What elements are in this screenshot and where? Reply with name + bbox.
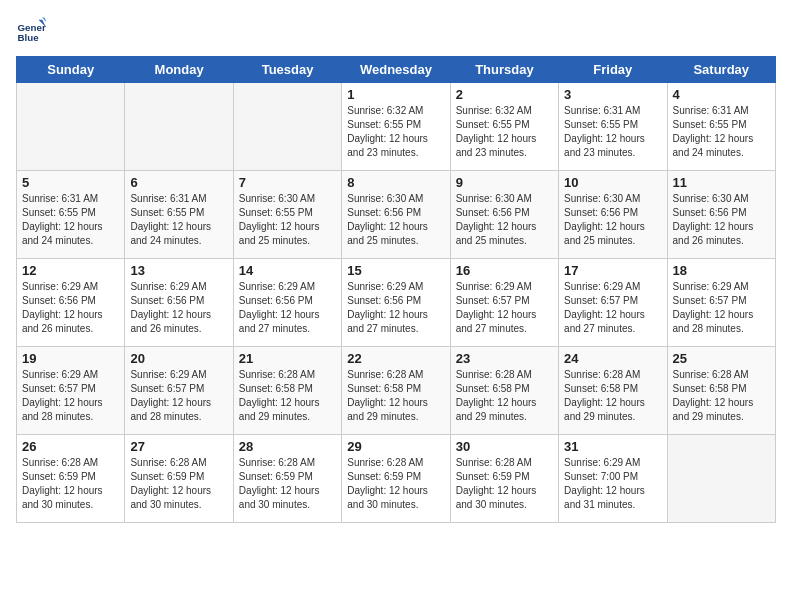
week-row-3: 12Sunrise: 6:29 AM Sunset: 6:56 PM Dayli… bbox=[17, 259, 776, 347]
day-info: Sunrise: 6:31 AM Sunset: 6:55 PM Dayligh… bbox=[22, 192, 119, 248]
day-info: Sunrise: 6:28 AM Sunset: 6:58 PM Dayligh… bbox=[347, 368, 444, 424]
calendar-header: SundayMondayTuesdayWednesdayThursdayFrid… bbox=[17, 57, 776, 83]
day-info: Sunrise: 6:31 AM Sunset: 6:55 PM Dayligh… bbox=[130, 192, 227, 248]
day-number: 20 bbox=[130, 351, 227, 366]
calendar-cell: 19Sunrise: 6:29 AM Sunset: 6:57 PM Dayli… bbox=[17, 347, 125, 435]
day-number: 31 bbox=[564, 439, 661, 454]
weekday-header-tuesday: Tuesday bbox=[233, 57, 341, 83]
day-number: 19 bbox=[22, 351, 119, 366]
day-info: Sunrise: 6:29 AM Sunset: 6:56 PM Dayligh… bbox=[22, 280, 119, 336]
calendar-cell: 31Sunrise: 6:29 AM Sunset: 7:00 PM Dayli… bbox=[559, 435, 667, 523]
day-number: 25 bbox=[673, 351, 770, 366]
weekday-row: SundayMondayTuesdayWednesdayThursdayFrid… bbox=[17, 57, 776, 83]
weekday-header-wednesday: Wednesday bbox=[342, 57, 450, 83]
day-info: Sunrise: 6:28 AM Sunset: 6:58 PM Dayligh… bbox=[456, 368, 553, 424]
day-info: Sunrise: 6:28 AM Sunset: 6:58 PM Dayligh… bbox=[673, 368, 770, 424]
day-number: 15 bbox=[347, 263, 444, 278]
calendar-cell bbox=[125, 83, 233, 171]
day-info: Sunrise: 6:30 AM Sunset: 6:55 PM Dayligh… bbox=[239, 192, 336, 248]
calendar-cell: 30Sunrise: 6:28 AM Sunset: 6:59 PM Dayli… bbox=[450, 435, 558, 523]
day-info: Sunrise: 6:29 AM Sunset: 6:56 PM Dayligh… bbox=[347, 280, 444, 336]
day-number: 4 bbox=[673, 87, 770, 102]
day-info: Sunrise: 6:29 AM Sunset: 6:57 PM Dayligh… bbox=[456, 280, 553, 336]
day-info: Sunrise: 6:32 AM Sunset: 6:55 PM Dayligh… bbox=[347, 104, 444, 160]
calendar-cell: 8Sunrise: 6:30 AM Sunset: 6:56 PM Daylig… bbox=[342, 171, 450, 259]
day-info: Sunrise: 6:29 AM Sunset: 6:56 PM Dayligh… bbox=[239, 280, 336, 336]
calendar-cell: 6Sunrise: 6:31 AM Sunset: 6:55 PM Daylig… bbox=[125, 171, 233, 259]
day-info: Sunrise: 6:28 AM Sunset: 6:59 PM Dayligh… bbox=[130, 456, 227, 512]
calendar-cell: 25Sunrise: 6:28 AM Sunset: 6:58 PM Dayli… bbox=[667, 347, 775, 435]
day-number: 13 bbox=[130, 263, 227, 278]
calendar-cell: 23Sunrise: 6:28 AM Sunset: 6:58 PM Dayli… bbox=[450, 347, 558, 435]
day-info: Sunrise: 6:28 AM Sunset: 6:59 PM Dayligh… bbox=[347, 456, 444, 512]
calendar-cell: 20Sunrise: 6:29 AM Sunset: 6:57 PM Dayli… bbox=[125, 347, 233, 435]
week-row-5: 26Sunrise: 6:28 AM Sunset: 6:59 PM Dayli… bbox=[17, 435, 776, 523]
week-row-4: 19Sunrise: 6:29 AM Sunset: 6:57 PM Dayli… bbox=[17, 347, 776, 435]
day-number: 1 bbox=[347, 87, 444, 102]
logo: General Blue bbox=[16, 16, 50, 46]
calendar-cell: 5Sunrise: 6:31 AM Sunset: 6:55 PM Daylig… bbox=[17, 171, 125, 259]
weekday-header-monday: Monday bbox=[125, 57, 233, 83]
day-number: 27 bbox=[130, 439, 227, 454]
day-info: Sunrise: 6:29 AM Sunset: 7:00 PM Dayligh… bbox=[564, 456, 661, 512]
day-number: 26 bbox=[22, 439, 119, 454]
calendar-cell: 7Sunrise: 6:30 AM Sunset: 6:55 PM Daylig… bbox=[233, 171, 341, 259]
day-number: 28 bbox=[239, 439, 336, 454]
day-info: Sunrise: 6:28 AM Sunset: 6:58 PM Dayligh… bbox=[564, 368, 661, 424]
day-number: 12 bbox=[22, 263, 119, 278]
calendar-cell: 4Sunrise: 6:31 AM Sunset: 6:55 PM Daylig… bbox=[667, 83, 775, 171]
day-number: 23 bbox=[456, 351, 553, 366]
day-info: Sunrise: 6:29 AM Sunset: 6:57 PM Dayligh… bbox=[673, 280, 770, 336]
day-number: 7 bbox=[239, 175, 336, 190]
day-number: 30 bbox=[456, 439, 553, 454]
calendar-cell bbox=[667, 435, 775, 523]
calendar-cell: 16Sunrise: 6:29 AM Sunset: 6:57 PM Dayli… bbox=[450, 259, 558, 347]
weekday-header-friday: Friday bbox=[559, 57, 667, 83]
weekday-header-thursday: Thursday bbox=[450, 57, 558, 83]
calendar-cell: 9Sunrise: 6:30 AM Sunset: 6:56 PM Daylig… bbox=[450, 171, 558, 259]
day-number: 2 bbox=[456, 87, 553, 102]
day-number: 10 bbox=[564, 175, 661, 190]
calendar-cell: 28Sunrise: 6:28 AM Sunset: 6:59 PM Dayli… bbox=[233, 435, 341, 523]
logo-icon: General Blue bbox=[16, 16, 46, 46]
day-number: 3 bbox=[564, 87, 661, 102]
day-number: 6 bbox=[130, 175, 227, 190]
calendar-cell: 13Sunrise: 6:29 AM Sunset: 6:56 PM Dayli… bbox=[125, 259, 233, 347]
day-number: 5 bbox=[22, 175, 119, 190]
day-number: 17 bbox=[564, 263, 661, 278]
calendar-cell: 18Sunrise: 6:29 AM Sunset: 6:57 PM Dayli… bbox=[667, 259, 775, 347]
calendar-cell bbox=[17, 83, 125, 171]
calendar-cell: 24Sunrise: 6:28 AM Sunset: 6:58 PM Dayli… bbox=[559, 347, 667, 435]
day-number: 9 bbox=[456, 175, 553, 190]
day-info: Sunrise: 6:29 AM Sunset: 6:57 PM Dayligh… bbox=[564, 280, 661, 336]
weekday-header-saturday: Saturday bbox=[667, 57, 775, 83]
day-info: Sunrise: 6:31 AM Sunset: 6:55 PM Dayligh… bbox=[564, 104, 661, 160]
day-info: Sunrise: 6:28 AM Sunset: 6:59 PM Dayligh… bbox=[239, 456, 336, 512]
calendar-cell: 11Sunrise: 6:30 AM Sunset: 6:56 PM Dayli… bbox=[667, 171, 775, 259]
calendar-cell: 10Sunrise: 6:30 AM Sunset: 6:56 PM Dayli… bbox=[559, 171, 667, 259]
calendar-cell: 26Sunrise: 6:28 AM Sunset: 6:59 PM Dayli… bbox=[17, 435, 125, 523]
calendar-table: SundayMondayTuesdayWednesdayThursdayFrid… bbox=[16, 56, 776, 523]
calendar-cell: 21Sunrise: 6:28 AM Sunset: 6:58 PM Dayli… bbox=[233, 347, 341, 435]
day-info: Sunrise: 6:30 AM Sunset: 6:56 PM Dayligh… bbox=[564, 192, 661, 248]
day-info: Sunrise: 6:31 AM Sunset: 6:55 PM Dayligh… bbox=[673, 104, 770, 160]
day-number: 22 bbox=[347, 351, 444, 366]
week-row-1: 1Sunrise: 6:32 AM Sunset: 6:55 PM Daylig… bbox=[17, 83, 776, 171]
weekday-header-sunday: Sunday bbox=[17, 57, 125, 83]
day-info: Sunrise: 6:29 AM Sunset: 6:57 PM Dayligh… bbox=[130, 368, 227, 424]
calendar-cell: 15Sunrise: 6:29 AM Sunset: 6:56 PM Dayli… bbox=[342, 259, 450, 347]
day-number: 11 bbox=[673, 175, 770, 190]
calendar-cell: 29Sunrise: 6:28 AM Sunset: 6:59 PM Dayli… bbox=[342, 435, 450, 523]
day-number: 18 bbox=[673, 263, 770, 278]
day-number: 8 bbox=[347, 175, 444, 190]
day-info: Sunrise: 6:28 AM Sunset: 6:58 PM Dayligh… bbox=[239, 368, 336, 424]
day-info: Sunrise: 6:30 AM Sunset: 6:56 PM Dayligh… bbox=[673, 192, 770, 248]
day-number: 16 bbox=[456, 263, 553, 278]
calendar-cell: 2Sunrise: 6:32 AM Sunset: 6:55 PM Daylig… bbox=[450, 83, 558, 171]
day-number: 29 bbox=[347, 439, 444, 454]
day-info: Sunrise: 6:28 AM Sunset: 6:59 PM Dayligh… bbox=[456, 456, 553, 512]
day-info: Sunrise: 6:28 AM Sunset: 6:59 PM Dayligh… bbox=[22, 456, 119, 512]
day-info: Sunrise: 6:30 AM Sunset: 6:56 PM Dayligh… bbox=[456, 192, 553, 248]
calendar-cell: 14Sunrise: 6:29 AM Sunset: 6:56 PM Dayli… bbox=[233, 259, 341, 347]
calendar-body: 1Sunrise: 6:32 AM Sunset: 6:55 PM Daylig… bbox=[17, 83, 776, 523]
